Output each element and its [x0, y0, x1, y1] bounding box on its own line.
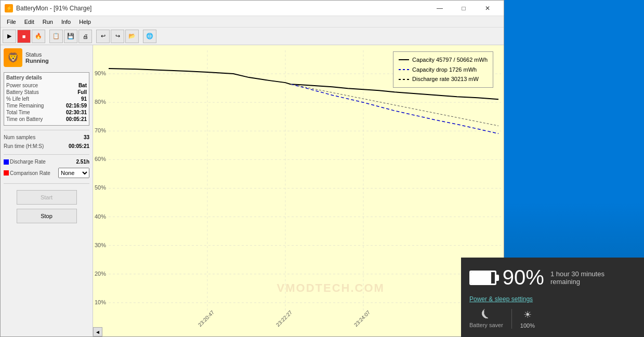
app-logo: 🦁 [4, 48, 22, 67]
divider-3 [4, 183, 89, 184]
app-icon: ⚡ [5, 4, 13, 12]
discharge-rate-value: 2.51h [76, 159, 89, 165]
comparison-indicator [4, 170, 9, 176]
svg-text:60%: 60% [95, 156, 106, 162]
close-button[interactable]: ✕ [476, 1, 500, 16]
battery-status-row: Battery Status Full [6, 89, 87, 95]
toolbar-btn-1[interactable]: ▶ [3, 30, 16, 43]
svg-text:23:24:07: 23:24:07 [353, 309, 372, 328]
power-source-row: Power source Bat [6, 83, 87, 88]
toolbar-btn-3[interactable]: 🔥 [32, 30, 45, 43]
life-left-row: % Life left 91 [6, 96, 87, 102]
life-left-label: % Life left [6, 96, 29, 102]
left-panel: 🦁 Status Running Battery details Power s… [1, 45, 93, 336]
time-on-battery-label: Time on Battery [6, 116, 43, 122]
status-right: Status Running [22, 51, 89, 64]
brightness-value: 100% [520, 322, 535, 329]
power-source-value: Bat [78, 83, 87, 88]
battery-status-value: Full [77, 89, 87, 95]
svg-text:70%: 70% [95, 127, 106, 133]
menu-file[interactable]: File [3, 18, 20, 26]
svg-text:90%: 90% [95, 70, 106, 76]
discharge-rate-label: Discharge Rate [10, 159, 46, 165]
run-time-row: Run time (H:M:S) 00:05:21 [4, 143, 89, 149]
toolbar-btn-7[interactable]: ↩ [96, 30, 110, 43]
desktop-area: 90% 1 hour 30 minutes remaining Power & … [504, 0, 644, 337]
run-time-label: Run time (H:M:S) [4, 143, 44, 149]
watermark: VMODTECH.COM [277, 281, 385, 295]
start-button[interactable]: Start [17, 190, 77, 205]
battery-time-remaining: 1 hour 30 minutes remaining [550, 270, 636, 286]
battery-details-title: Battery details [6, 75, 87, 80]
num-samples-value: 33 [84, 134, 89, 140]
stop-button[interactable]: Stop [17, 209, 77, 223]
battery-icon-large [469, 271, 496, 285]
battery-status-label: Battery Status [6, 89, 39, 95]
window-title: BatteryMon - [91% Charge] [16, 5, 91, 12]
popup-separator [511, 309, 512, 329]
battery-popup: 90% 1 hour 30 minutes remaining Power & … [461, 258, 644, 337]
toolbar-btn-10[interactable]: 🌐 [143, 30, 156, 43]
main-window: ⚡ BatteryMon - [91% Charge] — □ ✕ File E… [0, 0, 504, 337]
battery-details-box: Battery details Power source Bat Battery… [4, 72, 89, 126]
svg-text:20%: 20% [95, 271, 106, 277]
total-time-value: 02:30:31 [66, 110, 87, 115]
num-samples-row: Num samples 33 [4, 134, 89, 140]
divider-2 [4, 154, 89, 155]
power-sleep-link[interactable]: Power & sleep settings [469, 295, 636, 303]
time-on-battery-value: 00:05:21 [66, 116, 87, 122]
battery-percent-large: 90% [503, 266, 544, 289]
svg-text:50%: 50% [95, 184, 106, 191]
window-controls: — □ ✕ [428, 1, 500, 16]
battery-saver-col: ⏾ Battery saver [469, 309, 503, 329]
battery-popup-top: 90% 1 hour 30 minutes remaining [469, 266, 636, 289]
time-remaining-value: 02:16:59 [66, 103, 87, 109]
battery-saver-icon: ⏾ [481, 309, 491, 320]
title-bar-left: ⚡ BatteryMon - [91% Charge] [5, 4, 91, 12]
toolbar-btn-6[interactable]: 🖨 [78, 30, 92, 43]
dashed-line-indicator-2 [399, 79, 409, 80]
svg-text:40%: 40% [95, 213, 106, 220]
time-remaining-label: Time Remaining [6, 103, 44, 109]
svg-text:23:20:47: 23:20:47 [197, 309, 216, 328]
toolbar-btn-5[interactable]: 💾 [64, 30, 77, 43]
svg-text:30%: 30% [95, 242, 106, 248]
toolbar-btn-2[interactable]: ■ [17, 30, 31, 43]
battery-saver-label: Battery saver [469, 322, 503, 328]
battery-percent-text: 90% [503, 266, 544, 289]
status-label: Status [25, 51, 42, 58]
menu-info[interactable]: Info [57, 18, 75, 26]
menu-bar: File Edit Run Info Help [1, 16, 504, 28]
divider-1 [4, 130, 89, 130]
tooltip-capacity: Capacity 45797 / 50662 mWh [412, 55, 488, 65]
tooltip-discharge-rate: Discharge rate 30213 mW [412, 74, 479, 84]
toolbar-btn-8[interactable]: ↪ [111, 30, 124, 43]
scroll-left-button[interactable]: ◄ [93, 327, 102, 336]
discharge-indicator [4, 159, 9, 165]
menu-run[interactable]: Run [38, 18, 57, 26]
svg-text:10%: 10% [95, 299, 106, 305]
comparison-rate-select[interactable]: None 2.0h 2.5h 3.0h [58, 168, 89, 178]
battery-fill [471, 272, 491, 284]
menu-help[interactable]: Help [75, 18, 95, 26]
main-content: 🦁 Status Running Battery details Power s… [1, 45, 504, 336]
title-bar: ⚡ BatteryMon - [91% Charge] — □ ✕ [1, 1, 504, 16]
life-left-value: 91 [81, 96, 87, 102]
minimize-button[interactable]: — [428, 1, 452, 16]
toolbar-btn-9[interactable]: 📂 [125, 30, 139, 43]
time-on-battery-row: Time on Battery 00:05:21 [6, 116, 87, 122]
total-time-row: Total Time 02:30:31 [6, 110, 87, 115]
svg-text:80%: 80% [95, 99, 106, 105]
toolbar-btn-4[interactable]: 📋 [49, 30, 63, 43]
comparison-rate-label: Comparison Rate [10, 170, 50, 176]
solid-line-indicator [399, 59, 409, 60]
chart-tooltip: Capacity 45797 / 50662 mWh Capacity drop… [393, 51, 493, 88]
power-source-label: Power source [6, 83, 38, 88]
status-row: 🦁 Status Running [4, 48, 89, 67]
run-time-value: 00:05:21 [69, 143, 89, 149]
num-samples-label: Num samples [4, 134, 35, 140]
maximize-button[interactable]: □ [452, 1, 476, 16]
chart-area: 90% 80% 70% 60% 50% 40% 30% 20% 10% 23:2… [93, 45, 504, 336]
menu-edit[interactable]: Edit [20, 18, 38, 26]
discharge-rate-row: Discharge Rate 2.51h [4, 159, 89, 165]
